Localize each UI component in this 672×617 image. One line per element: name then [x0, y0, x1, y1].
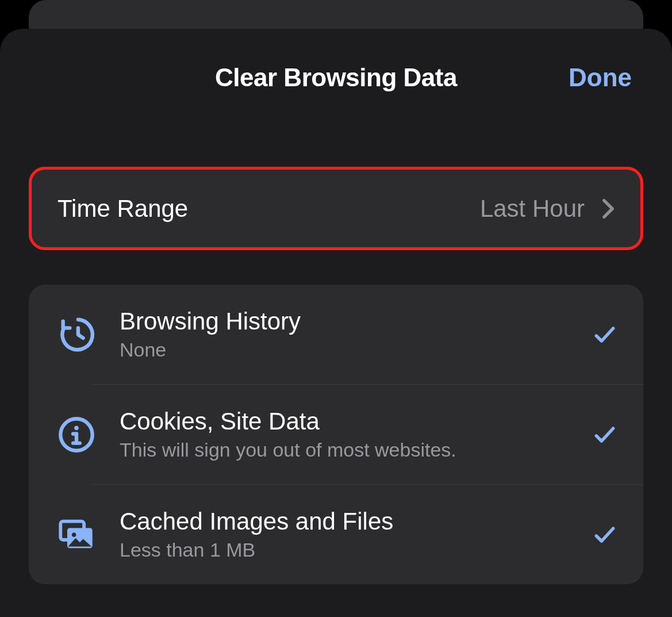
text-wrap: Cached Images and Files Less than 1 MB — [120, 508, 592, 561]
checkmark-icon — [592, 422, 617, 447]
cookies-row[interactable]: Cookies, Site Data This will sign you ou… — [29, 385, 643, 484]
done-button[interactable]: Done — [569, 63, 632, 92]
history-icon — [55, 315, 98, 355]
checkmark-icon — [592, 522, 617, 547]
item-subtitle: This will sign you out of most websites. — [120, 439, 592, 461]
browsing-history-row[interactable]: Browsing History None — [29, 285, 643, 384]
info-icon — [55, 415, 98, 455]
modal-sheet: Clear Browsing Data Done Time Range Last… — [0, 29, 672, 617]
item-title: Browsing History — [120, 308, 592, 335]
images-icon — [55, 515, 98, 555]
text-wrap: Cookies, Site Data This will sign you ou… — [120, 408, 592, 461]
time-range-value: Last Hour — [480, 195, 585, 223]
checkmark-icon — [592, 322, 617, 347]
time-range-label: Time Range — [57, 195, 188, 223]
data-types-group: Browsing History None Cookies, Site Data — [29, 285, 643, 584]
item-title: Cookies, Site Data — [120, 408, 592, 435]
text-wrap: Browsing History None — [120, 308, 592, 361]
item-subtitle: None — [120, 339, 592, 361]
chevron-right-icon — [602, 198, 615, 219]
header: Clear Browsing Data Done — [0, 63, 672, 92]
item-subtitle: Less than 1 MB — [120, 539, 592, 561]
item-title: Cached Images and Files — [120, 508, 592, 535]
time-range-value-wrap: Last Hour — [480, 195, 615, 223]
svg-point-4 — [71, 532, 76, 537]
svg-point-1 — [74, 426, 79, 430]
time-range-group: Time Range Last Hour — [29, 167, 643, 250]
page-title: Clear Browsing Data — [215, 63, 457, 92]
time-range-row[interactable]: Time Range Last Hour — [32, 170, 640, 247]
cached-files-row[interactable]: Cached Images and Files Less than 1 MB — [29, 485, 643, 584]
